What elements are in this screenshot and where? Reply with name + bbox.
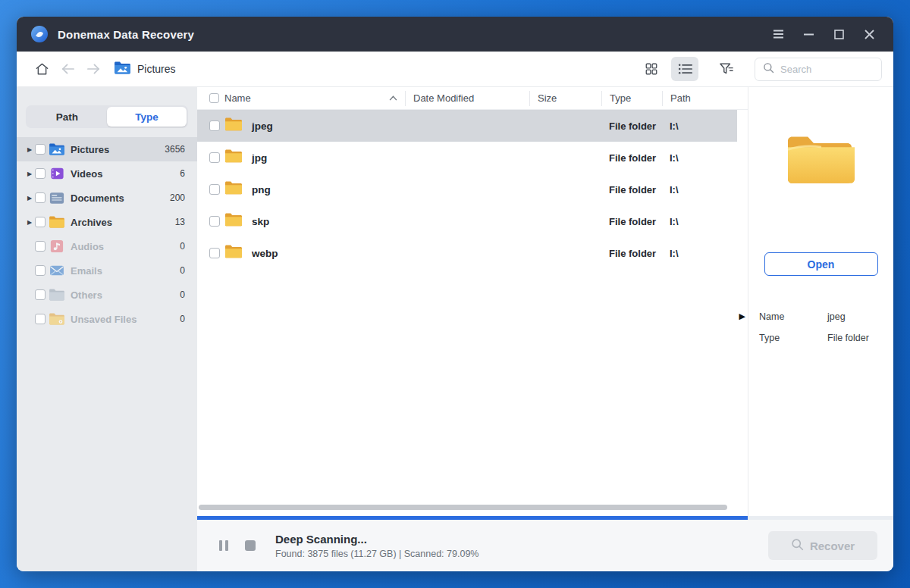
- column-header-size[interactable]: Size: [529, 91, 601, 106]
- panel-collapse-handle-icon[interactable]: ▶: [739, 312, 745, 321]
- app-window: Donemax Data Recovery: [17, 17, 893, 571]
- back-button[interactable]: [56, 58, 79, 80]
- detail-panel: Open Name jpeg Type File folder: [748, 87, 893, 516]
- audios-category-icon: [49, 239, 65, 254]
- desktop-background: Donemax Data Recovery: [0, 0, 910, 588]
- file-rows: jpeg File folder I:\ jpg: [197, 110, 748, 269]
- sidebar-item-others[interactable]: Others 0: [17, 283, 197, 307]
- body: Path Type ▶ Pictures 3656 ▶: [17, 87, 893, 571]
- list-view-button[interactable]: [671, 57, 698, 81]
- videos-checkbox[interactable]: [35, 168, 46, 179]
- scan-status-title: Deep Scanning...: [275, 533, 479, 546]
- toolbar-right: [638, 57, 882, 81]
- documents-category-icon: [49, 190, 65, 205]
- folder-icon: [224, 244, 243, 262]
- file-row-webp[interactable]: webp File folder I:\: [197, 237, 748, 269]
- row-checkbox[interactable]: [209, 184, 220, 195]
- sidebar-item-documents[interactable]: ▶ Documents 200: [17, 186, 197, 210]
- toolbar: Pictures: [17, 52, 893, 87]
- detail-field-type: Type File folder: [759, 327, 883, 349]
- folder-icon: [224, 212, 243, 230]
- search-input[interactable]: [780, 64, 864, 75]
- videos-category-icon: [49, 166, 65, 181]
- sidebar-items: ▶ Pictures 3656 ▶ Vid: [17, 137, 197, 331]
- close-button[interactable]: [858, 23, 880, 45]
- stop-scan-button[interactable]: [245, 540, 256, 551]
- others-checkbox[interactable]: [35, 289, 46, 300]
- select-all-checkbox[interactable]: [209, 93, 219, 103]
- sidebar-item-pictures[interactable]: ▶ Pictures 3656: [17, 137, 197, 161]
- file-row-skp[interactable]: skp File folder I:\: [197, 205, 748, 237]
- column-header-path[interactable]: Path: [662, 91, 748, 106]
- titlebar[interactable]: Donemax Data Recovery: [17, 17, 893, 52]
- app-logo-icon: [30, 25, 49, 43]
- folder-icon: [224, 149, 243, 167]
- column-header-date-modified[interactable]: Date Modified: [405, 91, 529, 106]
- emails-category-icon: [49, 263, 65, 278]
- pause-scan-button[interactable]: [219, 540, 228, 551]
- detail-fields: Name jpeg Type File folder: [748, 306, 893, 349]
- scan-status-detail: Found: 3875 files (11.27 GB) | Scanned: …: [275, 549, 479, 559]
- file-row-png[interactable]: png File folder I:\: [197, 174, 748, 205]
- documents-checkbox[interactable]: [35, 192, 46, 203]
- expand-arrow-icon[interactable]: ▶: [24, 170, 35, 177]
- detail-field-name: Name jpeg: [759, 306, 883, 327]
- window-title: Donemax Data Recovery: [58, 28, 194, 41]
- count-badge: 13: [175, 217, 185, 227]
- emails-checkbox[interactable]: [35, 265, 46, 276]
- scan-status: Deep Scanning... Found: 3875 files (11.2…: [275, 533, 479, 559]
- sidebar-item-archives[interactable]: ▶ Archives 13: [17, 210, 197, 234]
- pictures-folder-icon: [114, 61, 131, 78]
- breadcrumb-label[interactable]: Pictures: [137, 63, 176, 75]
- sort-ascending-icon[interactable]: [389, 95, 397, 101]
- audios-checkbox[interactable]: [35, 241, 46, 252]
- pictures-category-icon: [49, 142, 65, 157]
- column-header-type[interactable]: Type: [601, 91, 662, 106]
- search-icon: [763, 62, 774, 77]
- window-controls: [767, 23, 880, 45]
- expand-arrow-icon[interactable]: ▶: [24, 195, 35, 202]
- filter-button[interactable]: [715, 58, 738, 80]
- row-checkbox[interactable]: [209, 152, 220, 163]
- column-header-name[interactable]: Name: [197, 91, 405, 106]
- archives-category-icon: [49, 214, 65, 230]
- sidebar-item-videos[interactable]: ▶ Videos 6: [17, 161, 197, 186]
- archives-checkbox[interactable]: [35, 217, 46, 227]
- breadcrumb: Pictures: [114, 61, 176, 78]
- expand-arrow-icon[interactable]: ▶: [24, 219, 35, 226]
- tab-type[interactable]: Type: [107, 107, 187, 127]
- count-badge: 0: [180, 314, 185, 324]
- horizontal-scrollbar[interactable]: [199, 505, 727, 510]
- pictures-checkbox[interactable]: [35, 144, 46, 155]
- unsaved-files-category-icon: [49, 311, 65, 327]
- expand-arrow-icon[interactable]: ▶: [24, 146, 35, 153]
- status-bar: Deep Scanning... Found: 3875 files (11.2…: [197, 520, 893, 571]
- menu-icon[interactable]: [767, 23, 789, 45]
- sidebar-item-unsaved-files[interactable]: Unsaved Files 0: [17, 307, 197, 331]
- sidebar-item-emails[interactable]: Emails 0: [17, 258, 197, 283]
- row-checkbox[interactable]: [209, 120, 220, 131]
- minimize-button[interactable]: [798, 23, 819, 45]
- folder-icon: [224, 180, 243, 199]
- tab-path[interactable]: Path: [27, 107, 107, 127]
- sidebar-item-audios[interactable]: Audios 0: [17, 234, 197, 258]
- row-checkbox[interactable]: [209, 216, 220, 227]
- folder-icon: [224, 117, 243, 135]
- home-button[interactable]: [30, 58, 53, 80]
- sidebar: Path Type ▶ Pictures 3656 ▶: [17, 87, 197, 571]
- file-list-panel: Name Date Modified Size Type Path: [197, 87, 748, 516]
- content-area: Name Date Modified Size Type Path: [197, 87, 893, 571]
- unsaved-files-checkbox[interactable]: [35, 314, 46, 324]
- file-row-jpg[interactable]: jpg File folder I:\: [197, 142, 748, 174]
- sidebar-tab-switch: Path Type: [26, 105, 188, 128]
- forward-button[interactable]: [82, 58, 105, 80]
- grid-view-button[interactable]: [638, 57, 665, 81]
- file-row-jpeg[interactable]: jpeg File folder I:\: [197, 110, 748, 142]
- nav-group: [30, 58, 105, 80]
- open-button[interactable]: Open: [764, 252, 878, 276]
- row-checkbox[interactable]: [209, 248, 220, 258]
- recover-button[interactable]: Recover: [768, 531, 877, 560]
- count-badge: 200: [170, 192, 185, 203]
- count-badge: 3656: [165, 144, 185, 155]
- maximize-button[interactable]: [828, 23, 849, 45]
